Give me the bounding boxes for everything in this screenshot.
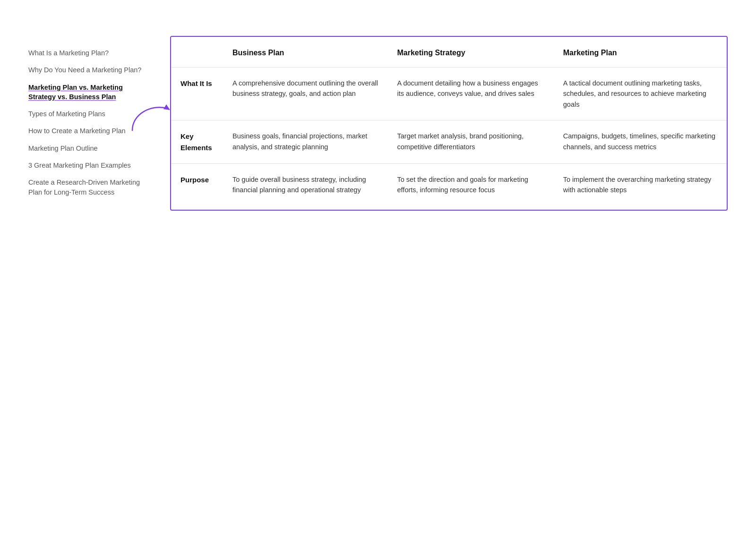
- arrow-icon: [128, 100, 170, 135]
- col-header-2: Marketing Strategy: [388, 37, 554, 68]
- cell-2-1: To set the direction and goals for marke…: [388, 163, 554, 209]
- cell-1-1: Target market analysis, brand positionin…: [388, 120, 554, 164]
- toc-item-examples[interactable]: 3 Great Marketing Plan Examples: [28, 157, 151, 174]
- header-row: Business PlanMarketing StrategyMarketing…: [171, 37, 727, 68]
- sidebar: What Is a Marketing Plan?Why Do You Need…: [28, 36, 151, 201]
- cell-0-1: A document detailing how a business enga…: [388, 68, 554, 120]
- col-header-1: Business Plan: [223, 37, 388, 68]
- comparison-table-wrapper: Business PlanMarketing StrategyMarketing…: [170, 36, 728, 211]
- cell-0-2: A tactical document outlining marketing …: [554, 68, 727, 120]
- table-head: Business PlanMarketing StrategyMarketing…: [171, 37, 727, 68]
- arrow-container: [128, 100, 165, 133]
- cell-2-0: To guide overall business strategy, incl…: [223, 163, 388, 209]
- cell-2-2: To implement the overarching marketing s…: [554, 163, 727, 209]
- toc-item-outline[interactable]: Marketing Plan Outline: [28, 140, 151, 157]
- table-row-1: Key ElementsBusiness goals, financial pr…: [171, 120, 727, 164]
- row-label-2: Purpose: [171, 163, 223, 209]
- toc-item-why-need[interactable]: Why Do You Need a Marketing Plan?: [28, 61, 151, 78]
- cell-1-0: Business goals, financial projections, m…: [223, 120, 388, 164]
- row-label-1: Key Elements: [171, 120, 223, 164]
- col-header-0: [171, 37, 223, 68]
- table-body: What It IsA comprehensive document outli…: [171, 68, 727, 210]
- content-area: Business PlanMarketing StrategyMarketing…: [170, 36, 728, 211]
- col-header-3: Marketing Plan: [554, 37, 727, 68]
- toc-item-research[interactable]: Create a Research-Driven Marketing Plan …: [28, 174, 151, 201]
- row-label-0: What It Is: [171, 68, 223, 120]
- cell-1-2: Campaigns, budgets, timelines, specific …: [554, 120, 727, 164]
- page-wrapper: What Is a Marketing Plan?Why Do You Need…: [0, 0, 756, 537]
- main-layout: What Is a Marketing Plan?Why Do You Need…: [28, 36, 728, 211]
- table-row-2: PurposeTo guide overall business strateg…: [171, 163, 727, 209]
- comparison-table: Business PlanMarketing StrategyMarketing…: [171, 37, 727, 210]
- toc-item-what-is[interactable]: What Is a Marketing Plan?: [28, 44, 151, 61]
- table-row-0: What It IsA comprehensive document outli…: [171, 68, 727, 120]
- cell-0-0: A comprehensive document outlining the o…: [223, 68, 388, 120]
